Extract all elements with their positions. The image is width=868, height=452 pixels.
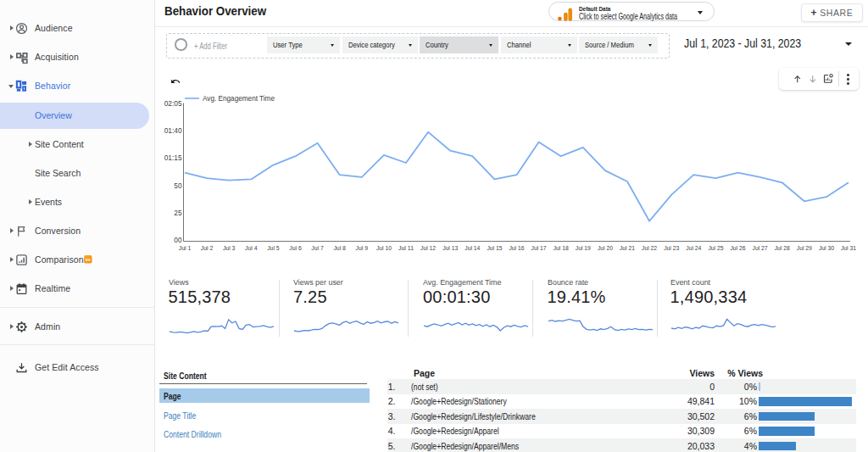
svg-text:Jul 2: Jul 2: [201, 244, 214, 252]
svg-text:Jul 22: Jul 22: [642, 244, 657, 252]
svg-text:Jul 10: Jul 10: [376, 244, 392, 252]
svg-text:Jul 16: Jul 16: [509, 244, 525, 252]
svg-text:Jul 3: Jul 3: [223, 244, 236, 252]
svg-text:Jul 24: Jul 24: [686, 244, 701, 252]
svg-text:Jul 5: Jul 5: [267, 244, 280, 252]
svg-text:01:40: 01:40: [164, 126, 182, 135]
svg-text:Jul 14: Jul 14: [465, 244, 480, 252]
svg-text:Jul 12: Jul 12: [420, 244, 436, 252]
svg-text:Jul 23: Jul 23: [664, 244, 679, 252]
svg-text:Jul 7: Jul 7: [311, 244, 324, 252]
svg-text:Jul 4: Jul 4: [245, 244, 258, 252]
svg-text:Jul 17: Jul 17: [531, 244, 547, 252]
svg-text:Jul 30: Jul 30: [819, 244, 834, 252]
svg-text:Jul 9: Jul 9: [356, 244, 369, 252]
svg-text:Jul 8: Jul 8: [333, 244, 346, 252]
svg-text:Jul 29: Jul 29: [797, 244, 812, 252]
svg-text:Jul 6: Jul 6: [289, 244, 302, 252]
svg-text:00: 00: [174, 236, 182, 244]
svg-text:Jul 21: Jul 21: [620, 244, 635, 252]
svg-text:Jul 19: Jul 19: [576, 244, 591, 252]
svg-text:Jul 27: Jul 27: [753, 244, 768, 252]
svg-text:Jul 18: Jul 18: [554, 244, 569, 252]
svg-text:Jul 15: Jul 15: [487, 244, 502, 252]
svg-text:25: 25: [174, 209, 182, 217]
svg-text:02:05: 02:05: [164, 99, 182, 108]
svg-text:01:15: 01:15: [164, 153, 182, 162]
svg-text:50: 50: [174, 181, 182, 190]
svg-text:Jul 31: Jul 31: [841, 244, 856, 252]
svg-text:Jul 28: Jul 28: [775, 244, 790, 252]
svg-text:Jul 11: Jul 11: [398, 244, 414, 252]
svg-text:vs: vs: [86, 257, 91, 262]
svg-text:Jul 25: Jul 25: [708, 244, 723, 252]
svg-text:Jul 13: Jul 13: [442, 244, 458, 252]
svg-text:Avg. Engagement Time: Avg. Engagement Time: [203, 94, 275, 103]
svg-text:Jul 20: Jul 20: [598, 244, 613, 252]
svg-text:Jul 1: Jul 1: [179, 244, 192, 252]
svg-text:Jul 26: Jul 26: [731, 244, 746, 252]
